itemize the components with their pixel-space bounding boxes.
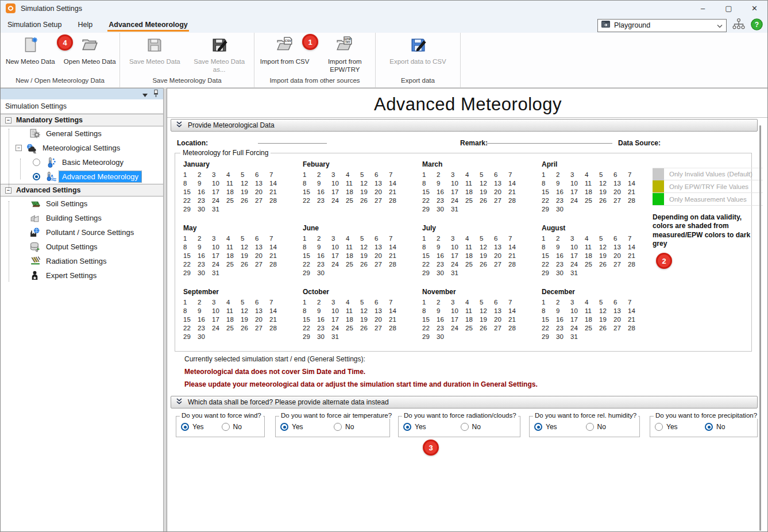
- day-cell[interactable]: 25: [226, 197, 241, 206]
- radio-yes-selected[interactable]: [181, 423, 189, 431]
- day-cell[interactable]: 6: [375, 299, 389, 307]
- day-cell[interactable]: 11: [465, 307, 480, 316]
- day-cell[interactable]: 3: [451, 299, 465, 307]
- day-cell[interactable]: 4: [465, 171, 480, 180]
- day-cell[interactable]: 14: [269, 244, 284, 252]
- day-cell[interactable]: 1: [542, 235, 556, 244]
- day-cell[interactable]: 10: [451, 180, 465, 188]
- day-cell[interactable]: 31: [570, 269, 585, 278]
- day-cell[interactable]: 8: [303, 244, 317, 252]
- day-cell[interactable]: 19: [480, 188, 494, 197]
- day-cell[interactable]: 2: [556, 171, 570, 180]
- day-cell[interactable]: 17: [331, 316, 346, 325]
- day-cell[interactable]: 28: [628, 197, 642, 206]
- day-cell[interactable]: 20: [613, 316, 628, 325]
- day-cell[interactable]: 31: [212, 269, 226, 278]
- day-cell[interactable]: 2: [556, 299, 570, 307]
- day-cell[interactable]: 5: [480, 235, 494, 244]
- day-cell[interactable]: 26: [360, 261, 375, 269]
- maximize-button[interactable]: ▢: [716, 1, 742, 16]
- day-cell[interactable]: 31: [331, 333, 346, 342]
- day-cell[interactable]: 12: [360, 307, 375, 316]
- day-cell[interactable]: 1: [183, 171, 198, 180]
- day-cell[interactable]: 4: [226, 299, 241, 307]
- sidebar-item-general-settings[interactable]: General Settings: [1, 126, 163, 141]
- day-cell[interactable]: 17: [570, 316, 585, 325]
- day-cell[interactable]: 6: [494, 299, 508, 307]
- day-cell[interactable]: 21: [269, 316, 284, 325]
- new-meteo-data-button[interactable]: New Meteo Data: [1, 36, 60, 65]
- menu-help[interactable]: Help: [77, 17, 94, 32]
- day-cell[interactable]: 4: [465, 299, 480, 307]
- day-cell[interactable]: 19: [360, 316, 375, 325]
- day-cell[interactable]: 26: [241, 197, 255, 206]
- day-cell[interactable]: 29: [422, 269, 437, 278]
- day-cell[interactable]: 9: [317, 307, 331, 316]
- day-cell[interactable]: 9: [556, 307, 570, 316]
- day-cell[interactable]: 13: [375, 180, 389, 188]
- day-cell[interactable]: 21: [389, 252, 403, 261]
- day-cell[interactable]: 21: [508, 316, 523, 325]
- day-cell[interactable]: 17: [331, 252, 346, 261]
- day-cell[interactable]: 21: [628, 316, 642, 325]
- day-cell[interactable]: 17: [212, 188, 226, 197]
- day-cell[interactable]: 1: [183, 235, 198, 244]
- day-cell[interactable]: 8: [183, 244, 198, 252]
- day-cell[interactable]: 6: [613, 299, 628, 307]
- tree-header-advanced-settings[interactable]: −Advanced Settings: [1, 184, 163, 196]
- sidebar-item-radiation-settings[interactable]: Radiation Settings: [1, 254, 163, 268]
- day-cell[interactable]: 14: [508, 180, 523, 188]
- day-cell[interactable]: 8: [422, 307, 437, 316]
- day-cell[interactable]: 12: [480, 307, 494, 316]
- day-cell[interactable]: 6: [255, 171, 269, 180]
- day-cell[interactable]: 5: [241, 299, 255, 307]
- radio-no[interactable]: [334, 423, 342, 431]
- day-cell[interactable]: 23: [556, 261, 570, 269]
- day-cell[interactable]: 13: [375, 307, 389, 316]
- day-cell[interactable]: 3: [451, 171, 465, 180]
- day-cell[interactable]: 12: [480, 180, 494, 188]
- day-cell[interactable]: 14: [508, 307, 523, 316]
- day-cell[interactable]: 4: [226, 235, 241, 244]
- day-cell[interactable]: 13: [613, 180, 628, 188]
- day-cell[interactable]: 3: [570, 171, 585, 180]
- day-cell[interactable]: 12: [599, 244, 613, 252]
- day-cell[interactable]: 12: [599, 180, 613, 188]
- day-cell[interactable]: 10: [212, 180, 226, 188]
- day-cell[interactable]: 28: [269, 325, 284, 333]
- day-cell[interactable]: 21: [628, 252, 642, 261]
- day-cell[interactable]: 20: [255, 188, 269, 197]
- day-cell[interactable]: 23: [437, 261, 451, 269]
- day-cell[interactable]: 23: [198, 325, 212, 333]
- day-cell[interactable]: 9: [198, 244, 212, 252]
- collapse-box-icon[interactable]: −: [5, 117, 11, 124]
- help-icon[interactable]: ?: [751, 18, 763, 33]
- day-cell[interactable]: 30: [317, 333, 331, 342]
- day-cell[interactable]: 9: [317, 180, 331, 188]
- day-cell[interactable]: 29: [542, 333, 556, 342]
- day-cell[interactable]: 12: [599, 307, 613, 316]
- day-cell[interactable]: 12: [480, 244, 494, 252]
- day-cell[interactable]: 20: [375, 188, 389, 197]
- day-cell[interactable]: 24: [212, 325, 226, 333]
- day-cell[interactable]: 26: [599, 197, 613, 206]
- day-cell[interactable]: 9: [556, 180, 570, 188]
- day-cell[interactable]: 1: [183, 299, 198, 307]
- day-cell[interactable]: 17: [212, 316, 226, 325]
- day-cell[interactable]: 11: [465, 244, 480, 252]
- day-cell[interactable]: 17: [451, 316, 465, 325]
- day-cell[interactable]: 28: [508, 261, 523, 269]
- day-cell[interactable]: 28: [269, 197, 284, 206]
- day-cell[interactable]: 22: [183, 197, 198, 206]
- menu-advanced-meteorology[interactable]: Advanced Meteorology: [107, 17, 189, 32]
- day-cell[interactable]: 9: [437, 307, 451, 316]
- day-cell[interactable]: 13: [494, 180, 508, 188]
- day-cell[interactable]: 30: [437, 206, 451, 214]
- sidebar-item-pollutant-source-settings[interactable]: Pollutant / Source Settings: [1, 225, 163, 240]
- day-cell[interactable]: 31: [570, 333, 585, 342]
- day-cell[interactable]: 1: [542, 171, 556, 180]
- force-option-no[interactable]: No: [222, 423, 263, 431]
- day-cell[interactable]: 19: [241, 252, 255, 261]
- day-cell[interactable]: 29: [303, 269, 317, 278]
- day-cell[interactable]: 9: [437, 180, 451, 188]
